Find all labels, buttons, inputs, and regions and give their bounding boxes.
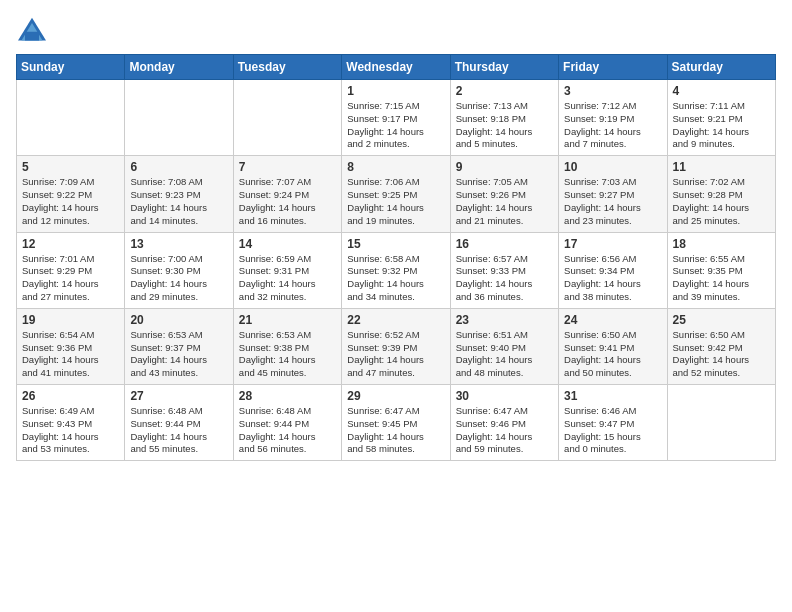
day-info: Sunrise: 6:47 AM Sunset: 9:45 PM Dayligh…	[347, 405, 444, 456]
calendar-day-cell: 27Sunrise: 6:48 AM Sunset: 9:44 PM Dayli…	[125, 385, 233, 461]
calendar-day-cell: 16Sunrise: 6:57 AM Sunset: 9:33 PM Dayli…	[450, 232, 558, 308]
day-number: 12	[22, 237, 119, 251]
calendar-day-cell: 31Sunrise: 6:46 AM Sunset: 9:47 PM Dayli…	[559, 385, 667, 461]
day-info: Sunrise: 7:12 AM Sunset: 9:19 PM Dayligh…	[564, 100, 661, 151]
calendar-day-cell: 8Sunrise: 7:06 AM Sunset: 9:25 PM Daylig…	[342, 156, 450, 232]
calendar-day-cell: 6Sunrise: 7:08 AM Sunset: 9:23 PM Daylig…	[125, 156, 233, 232]
calendar-day-cell: 25Sunrise: 6:50 AM Sunset: 9:42 PM Dayli…	[667, 308, 775, 384]
day-number: 9	[456, 160, 553, 174]
day-info: Sunrise: 7:07 AM Sunset: 9:24 PM Dayligh…	[239, 176, 336, 227]
calendar-day-header: Tuesday	[233, 55, 341, 80]
calendar-day-cell: 20Sunrise: 6:53 AM Sunset: 9:37 PM Dayli…	[125, 308, 233, 384]
day-info: Sunrise: 7:05 AM Sunset: 9:26 PM Dayligh…	[456, 176, 553, 227]
day-info: Sunrise: 6:49 AM Sunset: 9:43 PM Dayligh…	[22, 405, 119, 456]
day-info: Sunrise: 7:00 AM Sunset: 9:30 PM Dayligh…	[130, 253, 227, 304]
day-number: 20	[130, 313, 227, 327]
calendar-empty-cell	[233, 80, 341, 156]
calendar-empty-cell	[17, 80, 125, 156]
day-info: Sunrise: 6:53 AM Sunset: 9:38 PM Dayligh…	[239, 329, 336, 380]
calendar-day-cell: 26Sunrise: 6:49 AM Sunset: 9:43 PM Dayli…	[17, 385, 125, 461]
day-info: Sunrise: 6:50 AM Sunset: 9:42 PM Dayligh…	[673, 329, 770, 380]
calendar-day-cell: 10Sunrise: 7:03 AM Sunset: 9:27 PM Dayli…	[559, 156, 667, 232]
day-number: 31	[564, 389, 661, 403]
day-number: 6	[130, 160, 227, 174]
day-number: 13	[130, 237, 227, 251]
logo-icon	[16, 16, 48, 44]
day-number: 22	[347, 313, 444, 327]
calendar-header-row: SundayMondayTuesdayWednesdayThursdayFrid…	[17, 55, 776, 80]
day-number: 25	[673, 313, 770, 327]
day-info: Sunrise: 7:11 AM Sunset: 9:21 PM Dayligh…	[673, 100, 770, 151]
calendar-day-cell: 11Sunrise: 7:02 AM Sunset: 9:28 PM Dayli…	[667, 156, 775, 232]
day-info: Sunrise: 6:55 AM Sunset: 9:35 PM Dayligh…	[673, 253, 770, 304]
day-info: Sunrise: 6:51 AM Sunset: 9:40 PM Dayligh…	[456, 329, 553, 380]
day-info: Sunrise: 7:06 AM Sunset: 9:25 PM Dayligh…	[347, 176, 444, 227]
calendar-day-cell: 9Sunrise: 7:05 AM Sunset: 9:26 PM Daylig…	[450, 156, 558, 232]
day-info: Sunrise: 6:52 AM Sunset: 9:39 PM Dayligh…	[347, 329, 444, 380]
svg-rect-2	[25, 32, 39, 41]
day-info: Sunrise: 7:08 AM Sunset: 9:23 PM Dayligh…	[130, 176, 227, 227]
calendar-day-header: Friday	[559, 55, 667, 80]
day-info: Sunrise: 6:56 AM Sunset: 9:34 PM Dayligh…	[564, 253, 661, 304]
calendar-day-cell: 21Sunrise: 6:53 AM Sunset: 9:38 PM Dayli…	[233, 308, 341, 384]
calendar-week-row: 12Sunrise: 7:01 AM Sunset: 9:29 PM Dayli…	[17, 232, 776, 308]
day-number: 11	[673, 160, 770, 174]
day-number: 10	[564, 160, 661, 174]
calendar-table: SundayMondayTuesdayWednesdayThursdayFrid…	[16, 54, 776, 461]
calendar-day-cell: 23Sunrise: 6:51 AM Sunset: 9:40 PM Dayli…	[450, 308, 558, 384]
day-number: 27	[130, 389, 227, 403]
day-info: Sunrise: 6:54 AM Sunset: 9:36 PM Dayligh…	[22, 329, 119, 380]
day-number: 17	[564, 237, 661, 251]
day-info: Sunrise: 7:15 AM Sunset: 9:17 PM Dayligh…	[347, 100, 444, 151]
day-info: Sunrise: 6:47 AM Sunset: 9:46 PM Dayligh…	[456, 405, 553, 456]
day-number: 4	[673, 84, 770, 98]
day-number: 5	[22, 160, 119, 174]
day-info: Sunrise: 7:02 AM Sunset: 9:28 PM Dayligh…	[673, 176, 770, 227]
calendar-day-cell: 22Sunrise: 6:52 AM Sunset: 9:39 PM Dayli…	[342, 308, 450, 384]
day-number: 29	[347, 389, 444, 403]
day-info: Sunrise: 7:01 AM Sunset: 9:29 PM Dayligh…	[22, 253, 119, 304]
calendar-day-cell: 5Sunrise: 7:09 AM Sunset: 9:22 PM Daylig…	[17, 156, 125, 232]
calendar-day-header: Saturday	[667, 55, 775, 80]
day-number: 19	[22, 313, 119, 327]
calendar-day-cell: 14Sunrise: 6:59 AM Sunset: 9:31 PM Dayli…	[233, 232, 341, 308]
logo	[16, 16, 52, 44]
calendar-week-row: 26Sunrise: 6:49 AM Sunset: 9:43 PM Dayli…	[17, 385, 776, 461]
day-info: Sunrise: 6:58 AM Sunset: 9:32 PM Dayligh…	[347, 253, 444, 304]
day-info: Sunrise: 7:03 AM Sunset: 9:27 PM Dayligh…	[564, 176, 661, 227]
calendar-empty-cell	[667, 385, 775, 461]
day-number: 3	[564, 84, 661, 98]
calendar-empty-cell	[125, 80, 233, 156]
calendar-day-cell: 29Sunrise: 6:47 AM Sunset: 9:45 PM Dayli…	[342, 385, 450, 461]
day-number: 1	[347, 84, 444, 98]
day-info: Sunrise: 6:53 AM Sunset: 9:37 PM Dayligh…	[130, 329, 227, 380]
calendar-day-header: Monday	[125, 55, 233, 80]
calendar-day-cell: 2Sunrise: 7:13 AM Sunset: 9:18 PM Daylig…	[450, 80, 558, 156]
day-info: Sunrise: 6:57 AM Sunset: 9:33 PM Dayligh…	[456, 253, 553, 304]
calendar-day-cell: 28Sunrise: 6:48 AM Sunset: 9:44 PM Dayli…	[233, 385, 341, 461]
day-number: 2	[456, 84, 553, 98]
day-number: 26	[22, 389, 119, 403]
calendar-day-cell: 30Sunrise: 6:47 AM Sunset: 9:46 PM Dayli…	[450, 385, 558, 461]
calendar-day-header: Wednesday	[342, 55, 450, 80]
calendar-day-header: Sunday	[17, 55, 125, 80]
day-number: 7	[239, 160, 336, 174]
day-info: Sunrise: 6:50 AM Sunset: 9:41 PM Dayligh…	[564, 329, 661, 380]
page-header	[16, 16, 776, 44]
day-number: 21	[239, 313, 336, 327]
day-info: Sunrise: 7:13 AM Sunset: 9:18 PM Dayligh…	[456, 100, 553, 151]
day-info: Sunrise: 7:09 AM Sunset: 9:22 PM Dayligh…	[22, 176, 119, 227]
day-info: Sunrise: 6:59 AM Sunset: 9:31 PM Dayligh…	[239, 253, 336, 304]
day-number: 23	[456, 313, 553, 327]
calendar-day-cell: 15Sunrise: 6:58 AM Sunset: 9:32 PM Dayli…	[342, 232, 450, 308]
calendar-week-row: 5Sunrise: 7:09 AM Sunset: 9:22 PM Daylig…	[17, 156, 776, 232]
calendar-day-cell: 3Sunrise: 7:12 AM Sunset: 9:19 PM Daylig…	[559, 80, 667, 156]
calendar-day-cell: 7Sunrise: 7:07 AM Sunset: 9:24 PM Daylig…	[233, 156, 341, 232]
calendar-day-cell: 4Sunrise: 7:11 AM Sunset: 9:21 PM Daylig…	[667, 80, 775, 156]
day-info: Sunrise: 6:46 AM Sunset: 9:47 PM Dayligh…	[564, 405, 661, 456]
calendar-week-row: 19Sunrise: 6:54 AM Sunset: 9:36 PM Dayli…	[17, 308, 776, 384]
calendar-week-row: 1Sunrise: 7:15 AM Sunset: 9:17 PM Daylig…	[17, 80, 776, 156]
calendar-day-cell: 13Sunrise: 7:00 AM Sunset: 9:30 PM Dayli…	[125, 232, 233, 308]
day-info: Sunrise: 6:48 AM Sunset: 9:44 PM Dayligh…	[130, 405, 227, 456]
calendar-day-cell: 12Sunrise: 7:01 AM Sunset: 9:29 PM Dayli…	[17, 232, 125, 308]
